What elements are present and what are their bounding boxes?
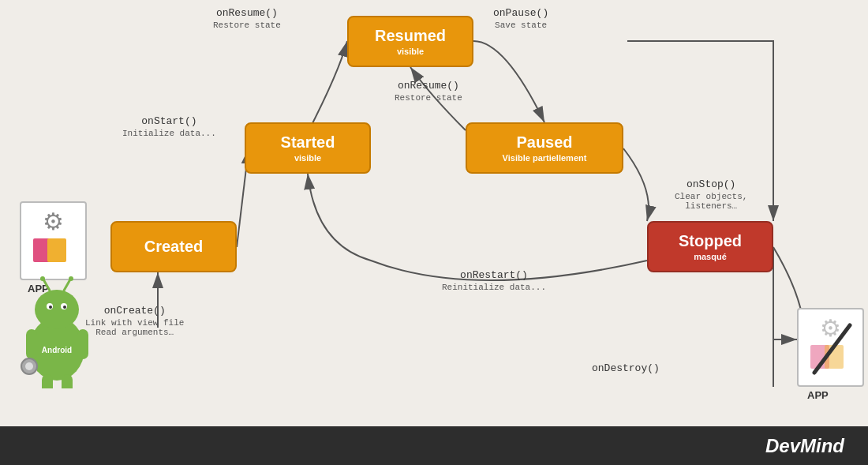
on-start-label: onStart() Initialize data... xyxy=(122,114,216,138)
svg-text:Android: Android xyxy=(42,346,72,354)
started-state: Started visible xyxy=(245,122,371,174)
svg-point-9 xyxy=(63,306,66,309)
resumed-state: Resumed visible xyxy=(347,16,473,67)
on-pause-top-label: onPause() Save state xyxy=(493,6,548,30)
android-mascot: Android xyxy=(12,246,103,388)
svg-rect-15 xyxy=(77,329,88,359)
on-resume-top-label: onResume() Restore state xyxy=(213,6,281,30)
svg-line-11 xyxy=(64,279,70,291)
app-icon-right: ⚙ xyxy=(797,308,864,387)
svg-point-12 xyxy=(40,276,45,281)
on-stop-label: onStop() Clear objects, listeners… xyxy=(675,178,747,211)
svg-rect-16 xyxy=(42,374,53,388)
svg-line-10 xyxy=(43,279,50,291)
svg-rect-14 xyxy=(26,329,37,359)
svg-line-3 xyxy=(814,325,850,373)
created-state: Created xyxy=(110,221,237,272)
svg-point-19 xyxy=(25,362,33,370)
svg-point-13 xyxy=(69,276,73,281)
on-restart-label: onRestart() Reinitialize data... xyxy=(442,268,546,292)
on-resume-mid-label: onResume() Restore state xyxy=(395,79,462,103)
footer: DevMind xyxy=(0,426,868,465)
on-destroy-label: onDestroy() xyxy=(592,362,660,374)
svg-point-8 xyxy=(49,306,52,309)
brand-label: DevMind xyxy=(765,435,844,457)
app-label-right: APP xyxy=(807,389,829,401)
paused-state: Paused Visible partiellement xyxy=(466,122,623,174)
svg-point-5 xyxy=(35,290,79,329)
gear-icon-left: ⚙ xyxy=(43,208,64,235)
svg-rect-17 xyxy=(62,374,73,388)
stopped-state: Stopped masqué xyxy=(647,221,773,272)
lifecycle-diagram: Resumed visible Started visible Paused V… xyxy=(0,0,868,426)
